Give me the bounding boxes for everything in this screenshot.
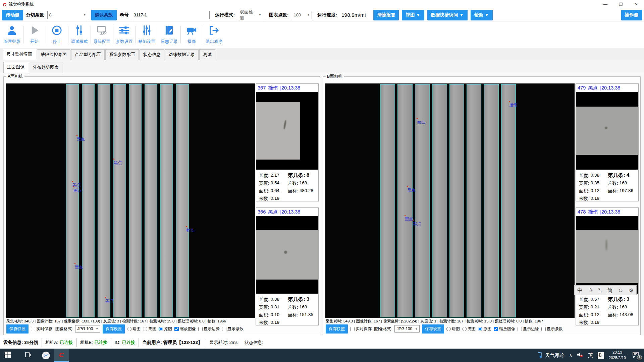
- zoom-image-checkbox[interactable]: [494, 327, 498, 331]
- task-view-icon: [24, 351, 31, 359]
- save-settings-button[interactable]: 保存设置: [422, 324, 444, 334]
- log-record-button[interactable]: 日志记录: [158, 21, 180, 48]
- view-menu-button[interactable]: 视图 ▼: [402, 10, 424, 20]
- quick-access-menu-button[interactable]: 数据快捷访问 ▼: [427, 10, 468, 20]
- notification-center-button[interactable]: 6: [631, 350, 641, 360]
- dark-image-label: 暗图: [452, 326, 460, 332]
- slit-count-select[interactable]: 8 ▼: [47, 11, 88, 19]
- notification-badge: 6: [637, 355, 642, 360]
- zoom-image-checkbox[interactable]: [174, 327, 179, 331]
- defect-card[interactable]: 479 黑点 |20:13:38 长度:0.38第几条:4 宽度:0.35片数:…: [576, 83, 639, 201]
- hidden-icons-chevron[interactable]: ∧: [569, 353, 572, 358]
- strip: [432, 84, 447, 317]
- clear-alarm-button[interactable]: 清除报警: [373, 10, 399, 20]
- defect-annotation: 挫伤: [509, 102, 517, 108]
- chevron-down-icon: ▼: [305, 13, 310, 16]
- show-strips-checkbox[interactable]: [541, 327, 546, 331]
- vision-app-taskbar-button[interactable]: C: [54, 349, 69, 362]
- clock[interactable]: 20:13 2025/2/10: [609, 350, 626, 360]
- realtime-save-checkbox[interactable]: [31, 327, 35, 331]
- language-indicator[interactable]: 英: [588, 352, 593, 359]
- defect-type: 挫伤: [268, 85, 278, 91]
- task-view-button[interactable]: [20, 349, 36, 362]
- strip: [449, 84, 464, 317]
- strip-value: 4: [627, 172, 630, 179]
- tab-edge-data-record[interactable]: 边缘数据记录: [165, 49, 199, 60]
- system-config-button[interactable]: 系统配置: [91, 21, 113, 48]
- tab-system-param-config[interactable]: 系统参数配置: [105, 49, 139, 60]
- original-image-radio[interactable]: [159, 327, 163, 331]
- camera-b-image[interactable]: 挫伤 黑点 黑点 黑点 黑点: [325, 83, 575, 318]
- defect-stats: 长度:0.38第几条:3 宽度:0.31片数:168 面积:0.10坐标:151…: [256, 294, 318, 326]
- defect-card[interactable]: 367 挫伤 |20:13:38 长度:2.17第几条:8 宽度:0.54片数:…: [256, 83, 319, 201]
- minimize-button[interactable]: —: [598, 0, 613, 9]
- close-button[interactable]: ✕: [629, 0, 644, 9]
- roll-number-input[interactable]: [132, 11, 210, 19]
- show-edges-checkbox[interactable]: [198, 327, 203, 331]
- camera-a-image[interactable]: 黑点 黑点 黑点 黑点 挫伤 黑点 黑点: [6, 83, 255, 318]
- strip: [82, 84, 95, 317]
- date: 2025/2/10: [609, 355, 626, 361]
- exit-program-button[interactable]: 退出程序: [203, 21, 225, 48]
- simplified-mode[interactable]: 简: [607, 287, 612, 294]
- dark-image-radio[interactable]: [446, 327, 451, 331]
- strip: [380, 84, 395, 317]
- drive-side-button[interactable]: 传动侧: [2, 10, 23, 20]
- confirm-count-button[interactable]: 确认条数: [91, 10, 117, 20]
- defect-annotation: 黑点: [75, 264, 83, 270]
- defect-header: 366 黑点 |20:13:38: [256, 208, 318, 216]
- capture-button[interactable]: 摄像: [180, 21, 203, 48]
- save-snapshot-button[interactable]: 保存快照: [326, 324, 348, 334]
- scissors-icon: ✂: [42, 352, 50, 359]
- tab-product-model-config[interactable]: 产品型号配置: [71, 49, 105, 60]
- punctuation-mode-icon[interactable]: °,: [598, 287, 602, 293]
- tab-front-image[interactable]: 正面图像: [3, 62, 28, 73]
- ime-chinese-mode[interactable]: 中: [577, 287, 583, 294]
- defect-settings-button[interactable]: 缺陷设置: [136, 21, 158, 48]
- bright-image-radio[interactable]: [462, 327, 467, 331]
- stop-button[interactable]: 停止: [46, 21, 68, 48]
- image-format-select[interactable]: JPG 100▼: [394, 325, 420, 333]
- area-value: 0.12: [591, 312, 599, 318]
- realtime-save-label: 实时保存: [356, 326, 372, 332]
- coord-label: 坐标:: [608, 188, 618, 194]
- ime-indicator[interactable]: 拼: [598, 352, 604, 359]
- param-settings-button[interactable]: 参数设置: [113, 21, 136, 48]
- bright-image-radio[interactable]: [143, 327, 147, 331]
- save-snapshot-button[interactable]: 保存快照: [6, 324, 29, 334]
- strip-value: 3: [307, 296, 310, 303]
- moon-icon[interactable]: ☽: [588, 287, 593, 294]
- realtime-save-checkbox[interactable]: [350, 327, 355, 331]
- save-settings-button[interactable]: 保存设置: [103, 324, 125, 334]
- volume-muted-icon[interactable]: [577, 352, 583, 359]
- restore-button[interactable]: ❐: [613, 0, 629, 9]
- tab-distribution-trend-chart[interactable]: 分布趋势图表: [29, 62, 62, 73]
- defect-card[interactable]: 478 挫伤 |20:13:38 长度:0.57第几条:3 宽度:0.21片数:…: [576, 207, 639, 325]
- defect-header: 479 黑点 |20:13:38: [576, 84, 638, 92]
- run-mode-select[interactable]: 双面检测 ▼: [238, 11, 263, 19]
- image-format-value: JPG 100: [396, 326, 412, 331]
- dark-image-radio[interactable]: [127, 327, 131, 331]
- original-image-radio[interactable]: [478, 327, 482, 331]
- tab-status-info[interactable]: 状态信息: [140, 49, 164, 60]
- show-edges-checkbox[interactable]: [518, 327, 522, 331]
- speed-label: 运行速度:: [318, 12, 337, 18]
- tab-test[interactable]: 测试: [199, 49, 215, 60]
- operator-side-button[interactable]: 操作侧: [621, 10, 642, 20]
- stop-icon: [51, 25, 62, 37]
- show-strips-checkbox[interactable]: [222, 327, 226, 331]
- admin-login-button[interactable]: 管理登录: [1, 21, 23, 48]
- tab-size-monitor[interactable]: 尺寸监控界面: [3, 49, 36, 60]
- help-menu-button[interactable]: 帮助 ▼: [471, 10, 493, 20]
- start-button[interactable]: 开始: [23, 21, 46, 48]
- chart-points-select[interactable]: 100 ▼: [292, 11, 312, 19]
- debug-mode-button[interactable]: 调试模式: [68, 21, 91, 48]
- image-format-select[interactable]: JPG 100▼: [75, 325, 100, 333]
- gear-icon[interactable]: ⚙: [629, 287, 634, 294]
- tab-defect-monitor[interactable]: 缺陷监控界面: [37, 49, 70, 60]
- defect-card[interactable]: 366 黑点 |20:13:38 长度:0.38第几条:3 宽度:0.31片数:…: [256, 207, 319, 325]
- emoji-icon[interactable]: ☺: [618, 287, 623, 293]
- start-button[interactable]: [0, 349, 15, 362]
- weather-widget[interactable]: 天气寒冷: [538, 352, 565, 359]
- snipping-tool-button[interactable]: ✂: [38, 349, 54, 362]
